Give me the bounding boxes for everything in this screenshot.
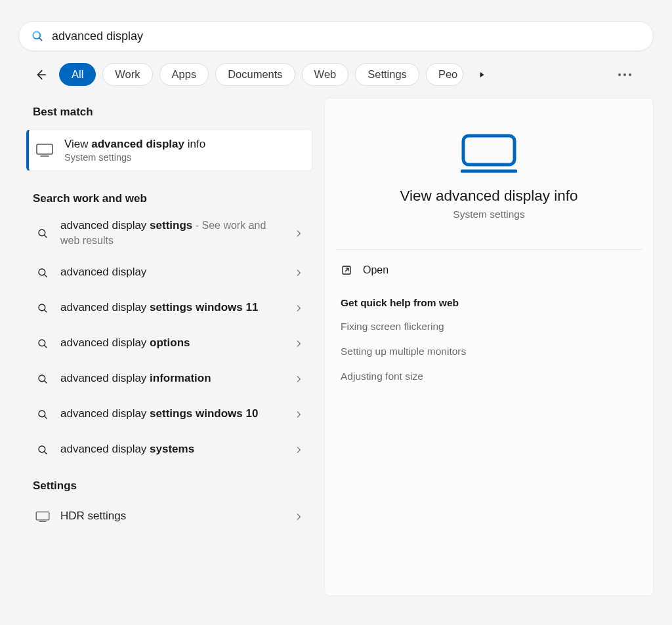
result-text: advanced display settings - See work and… xyxy=(60,218,284,249)
web-result-item[interactable]: advanced display systems xyxy=(26,432,312,468)
preview-pane: View advanced display info System settin… xyxy=(324,98,654,596)
help-link[interactable]: Adjusting font size xyxy=(325,364,653,389)
result-text: advanced display settings windows 10 xyxy=(60,407,284,422)
search-icon xyxy=(35,267,50,279)
more-options-button[interactable] xyxy=(614,64,635,85)
search-icon xyxy=(35,302,50,314)
svg-line-11 xyxy=(45,275,47,277)
svg-rect-22 xyxy=(36,512,49,520)
svg-point-3 xyxy=(618,73,621,76)
chevron-right-icon xyxy=(294,512,303,521)
search-web-heading: Search work and web xyxy=(24,180,315,212)
filter-row: All Work Apps Documents Web Settings Peo xyxy=(9,63,663,98)
best-match-result[interactable]: View advanced display info System settin… xyxy=(26,129,312,171)
svg-line-9 xyxy=(45,235,47,237)
web-result-item[interactable]: advanced display information xyxy=(26,361,312,397)
result-text: advanced display xyxy=(60,265,284,280)
svg-line-17 xyxy=(45,381,47,383)
search-icon xyxy=(35,228,50,239)
svg-rect-6 xyxy=(37,144,52,154)
search-icon xyxy=(35,409,50,420)
display-icon xyxy=(35,143,54,157)
chevron-right-icon xyxy=(294,374,303,384)
back-button[interactable] xyxy=(32,66,50,84)
filter-chip-documents[interactable]: Documents xyxy=(215,63,295,86)
svg-point-4 xyxy=(623,73,626,76)
settings-heading: Settings xyxy=(24,468,315,499)
result-text: advanced display systems xyxy=(60,442,284,457)
result-text: advanced display options xyxy=(60,336,284,351)
svg-rect-24 xyxy=(463,136,514,165)
svg-line-19 xyxy=(45,416,47,418)
best-match-title: View advanced display info xyxy=(64,138,205,151)
preview-title: View advanced display info xyxy=(338,188,640,205)
best-match-subtitle: System settings xyxy=(64,152,205,163)
best-match-heading: Best match xyxy=(24,98,315,125)
search-icon xyxy=(35,338,50,350)
chevron-right-icon xyxy=(294,229,303,238)
preview-subtitle: System settings xyxy=(338,209,640,220)
svg-line-15 xyxy=(45,346,47,348)
result-text: advanced display settings windows 11 xyxy=(60,300,284,315)
chevron-right-icon xyxy=(294,268,303,277)
chevron-right-icon xyxy=(294,339,303,348)
open-icon xyxy=(341,264,352,276)
results-column: Best match View advanced display info Sy… xyxy=(18,98,315,596)
search-bar[interactable] xyxy=(18,21,654,51)
filter-chip-apps[interactable]: Apps xyxy=(159,63,209,86)
chevron-right-icon xyxy=(294,304,303,313)
svg-line-1 xyxy=(39,38,42,41)
filter-chip-work[interactable]: Work xyxy=(102,63,152,86)
result-text: HDR settings xyxy=(60,509,284,524)
display-icon xyxy=(35,511,50,523)
filter-chip-settings[interactable]: Settings xyxy=(355,63,419,86)
filter-chip-people[interactable]: Peo xyxy=(426,63,463,86)
web-result-item[interactable]: advanced display settings windows 11 xyxy=(26,291,312,326)
help-link[interactable]: Fixing screen flickering xyxy=(325,314,653,339)
open-label: Open xyxy=(363,264,388,276)
chevron-right-icon xyxy=(294,410,303,419)
web-result-item[interactable]: advanced display settings windows 10 xyxy=(26,397,312,432)
chevron-right-icon xyxy=(294,445,303,454)
search-input[interactable] xyxy=(52,30,641,43)
web-result-item[interactable]: advanced display settings - See work and… xyxy=(26,212,312,255)
scroll-filters-right-button[interactable] xyxy=(472,66,491,84)
web-result-item[interactable]: advanced display xyxy=(26,255,312,291)
search-icon xyxy=(35,373,50,385)
result-text: advanced display information xyxy=(60,371,284,386)
preview-display-icon xyxy=(338,134,640,173)
filter-chip-web[interactable]: Web xyxy=(302,63,349,86)
open-action[interactable]: Open xyxy=(325,250,653,281)
svg-line-21 xyxy=(45,452,47,454)
quick-help-heading: Get quick help from web xyxy=(325,281,653,314)
best-match-text: View advanced display info System settin… xyxy=(64,138,205,163)
web-result-item[interactable]: advanced display options xyxy=(26,326,312,361)
search-icon xyxy=(35,444,50,456)
settings-result-item[interactable]: HDR settings xyxy=(26,499,312,534)
svg-line-13 xyxy=(45,310,47,312)
svg-point-5 xyxy=(629,73,631,76)
search-icon xyxy=(31,30,44,43)
help-link[interactable]: Setting up multiple monitors xyxy=(325,339,653,364)
filter-chip-all[interactable]: All xyxy=(59,63,96,86)
